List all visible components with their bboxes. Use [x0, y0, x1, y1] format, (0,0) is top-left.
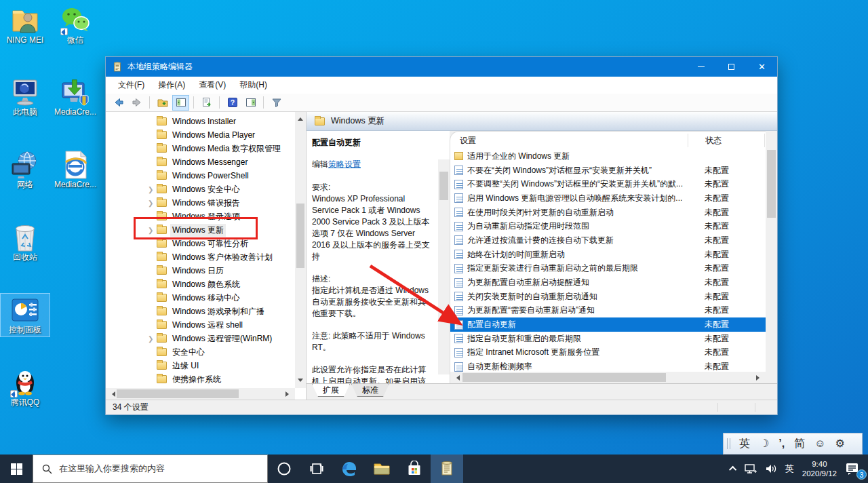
setting-row[interactable]: 不要调整“关闭 Windows”对话框里的“安装更新并关机”的默... 未配置	[450, 177, 766, 191]
export-list-button[interactable]	[198, 95, 215, 111]
desktop-icon-media-creation-tool[interactable]: MediaCre...	[51, 76, 100, 119]
setting-row[interactable]: 指定 Intranet Microsoft 更新服务位置 未配置	[450, 346, 766, 360]
tree-item[interactable]: ❯ Windows 日历	[106, 264, 295, 277]
tree-item[interactable]: ❯ Windows 移动中心	[106, 291, 295, 305]
setting-row[interactable]: 配置自动更新 未配置	[450, 317, 766, 332]
edge-button[interactable]	[333, 455, 366, 483]
tree-item[interactable]: ❯ Windows Media Player	[106, 128, 295, 142]
tree-item[interactable]: ❯ Windows 错误报告	[106, 196, 295, 210]
setting-row[interactable]: 指定更新安装进行自动重新启动之前的最后期限 未配置	[450, 262, 766, 276]
list-horizontal-scrollbar[interactable]	[450, 372, 766, 383]
expander-chevron-icon[interactable]: ❯	[148, 199, 157, 207]
minimize-button[interactable]	[686, 57, 716, 77]
close-button[interactable]: ✕	[747, 57, 777, 77]
task-view-button[interactable]	[300, 455, 333, 483]
desktop-icon-tencent-qq[interactable]: 腾讯QQ	[1, 366, 50, 409]
tab-extended[interactable]: 扩展	[312, 384, 350, 397]
ime-drag-handle[interactable]	[727, 438, 730, 449]
file-explorer-button[interactable]	[366, 455, 398, 483]
filter-button[interactable]	[268, 95, 285, 111]
tray-chevron-up-icon[interactable]	[727, 455, 741, 483]
title-bar[interactable]: 本地组策略编辑器 ✕	[106, 57, 777, 77]
back-button[interactable]	[110, 95, 127, 111]
tray-language-indicator[interactable]: 英	[781, 455, 798, 483]
group-policy-editor-taskbar-button[interactable]	[431, 455, 463, 483]
microsoft-store-button[interactable]	[398, 455, 431, 483]
moon-icon[interactable]: ☽	[755, 433, 774, 454]
volume-tray-icon[interactable]	[761, 455, 781, 483]
taskbar-search-box[interactable]: 在这里输入你要搜索的内容	[33, 455, 268, 483]
setting-row[interactable]: 适用于企业的 Windows 更新	[450, 149, 766, 163]
desktop-icon-control-panel[interactable]: 控制面板	[1, 294, 50, 336]
scrollbar-thumb[interactable]	[767, 150, 776, 218]
tree-vertical-scrollbar[interactable]	[295, 112, 306, 388]
menu-file[interactable]: 文件(F)	[111, 77, 151, 93]
network-tray-icon[interactable]	[741, 455, 761, 483]
tree-horizontal-scrollbar[interactable]	[106, 388, 295, 400]
show-console-tree-button[interactable]	[172, 95, 189, 111]
action-center-button[interactable]: 3	[841, 455, 864, 483]
desktop-icon-wechat[interactable]: 微信	[51, 4, 100, 47]
setting-row[interactable]: 关闭安装更新时的自动重新启动通知 未配置	[450, 290, 766, 304]
show-action-pane-button[interactable]	[242, 95, 259, 111]
tree-item[interactable]: ❯ 便携操作系统	[106, 372, 295, 386]
help-button[interactable]: ?	[224, 95, 241, 111]
menu-help[interactable]: 帮助(H)	[233, 77, 274, 93]
up-one-level-button[interactable]	[154, 95, 171, 111]
tab-standard[interactable]: 标准	[351, 384, 389, 397]
column-header-settings[interactable]: 设置	[460, 135, 688, 147]
task-view-icon	[309, 461, 324, 476]
tree-item[interactable]: ❯ Windows 游戏录制和广播	[106, 305, 295, 318]
scrollbar-thumb[interactable]	[439, 172, 448, 200]
punctuation-toggle[interactable]: ’,	[774, 433, 789, 454]
edit-policy-link[interactable]: 策略设置	[328, 159, 361, 169]
desktop-icon-this-pc[interactable]: 此电脑	[1, 76, 50, 119]
setting-row[interactable]: 在使用时段关闭针对更新的自动重新启动 未配置	[450, 206, 766, 220]
column-header-status[interactable]: 状态	[688, 134, 766, 147]
setting-row[interactable]: 指定自动更新和重启的最后期限 未配置	[450, 332, 766, 346]
tree-item[interactable]: ❯ Windows 颜色系统	[106, 277, 295, 291]
tree-item[interactable]: ❯ Windows Messenger	[106, 155, 295, 169]
desktop-icon-network[interactable]: 网络	[1, 149, 50, 191]
expander-chevron-icon[interactable]: ❯	[148, 335, 157, 343]
tree-item[interactable]: ❯ Windows 客户体验改善计划	[106, 250, 295, 264]
scrollbar-thumb[interactable]	[462, 373, 666, 382]
desktop-icon-user-folder[interactable]: NING MEI	[1, 4, 50, 47]
menu-view[interactable]: 查看(V)	[192, 77, 233, 93]
ime-simplified-mode[interactable]: 简	[789, 433, 810, 454]
menu-action[interactable]: 操作(A)	[151, 77, 192, 93]
maximize-button[interactable]	[716, 57, 747, 77]
smiley-icon[interactable]: ☺	[810, 433, 830, 454]
desktop-icon-media-creation-ie[interactable]: MediaCre...	[51, 149, 100, 191]
setting-row[interactable]: 为更新配置“需要自动重新启动”通知 未配置	[450, 304, 766, 318]
toolbar-separator	[149, 96, 150, 109]
setting-row[interactable]: 为自动重新启动指定使用时段范围 未配置	[450, 219, 766, 233]
gear-icon[interactable]: ⚙	[831, 433, 850, 454]
scrollbar-thumb[interactable]	[296, 204, 304, 268]
tree-item[interactable]: ❯ Windows Media 数字权限管理	[106, 142, 295, 155]
start-button[interactable]	[0, 455, 33, 483]
setting-row[interactable]: 不要在“关闭 Windows”对话框显示“安装更新并关机” 未配置	[450, 163, 766, 178]
tree-item[interactable]: ❯ 边缘 UI	[106, 359, 295, 372]
setting-row[interactable]: 允许通过按流量计费的连接自动下载更新 未配置	[450, 233, 766, 248]
tray-clock[interactable]: 9:40 2020/9/12	[798, 455, 841, 483]
setting-row[interactable]: 为更新配置自动重新启动提醒通知 未配置	[450, 275, 766, 290]
tree-item[interactable]: ❯ Windows 远程 shell	[106, 318, 295, 332]
cortana-button[interactable]	[268, 455, 300, 483]
tree-item[interactable]: ❯ Windows 远程管理(WinRM)	[106, 332, 295, 345]
tree-item-label: Windows 日历	[170, 265, 226, 277]
ime-english-mode[interactable]: 英	[734, 433, 755, 454]
tree-item[interactable]: ❯ 安全中心	[106, 345, 295, 359]
desktop-icon-recycle-bin[interactable]: 回收站	[1, 221, 50, 264]
setting-row[interactable]: 始终在计划的时间重新启动 未配置	[450, 248, 766, 262]
scrollbar-thumb[interactable]	[117, 389, 239, 398]
setting-row[interactable]: 启用 Windows 更新电源管理以自动唤醒系统来安装计划的... 未配置	[450, 191, 766, 206]
tree-item[interactable]: ❯ Windows 安全中心	[106, 182, 295, 196]
tree-item[interactable]: ❯ Windows PowerShell	[106, 169, 295, 182]
forward-button[interactable]	[128, 95, 145, 111]
description-scrollbar[interactable]	[438, 131, 450, 383]
tree-item[interactable]: ❯ Windows Installer	[106, 115, 295, 128]
setting-row[interactable]: 自动更新检测频率 未配置	[450, 360, 766, 372]
list-vertical-scrollbar[interactable]	[766, 131, 777, 383]
expander-chevron-icon[interactable]: ❯	[148, 186, 157, 193]
